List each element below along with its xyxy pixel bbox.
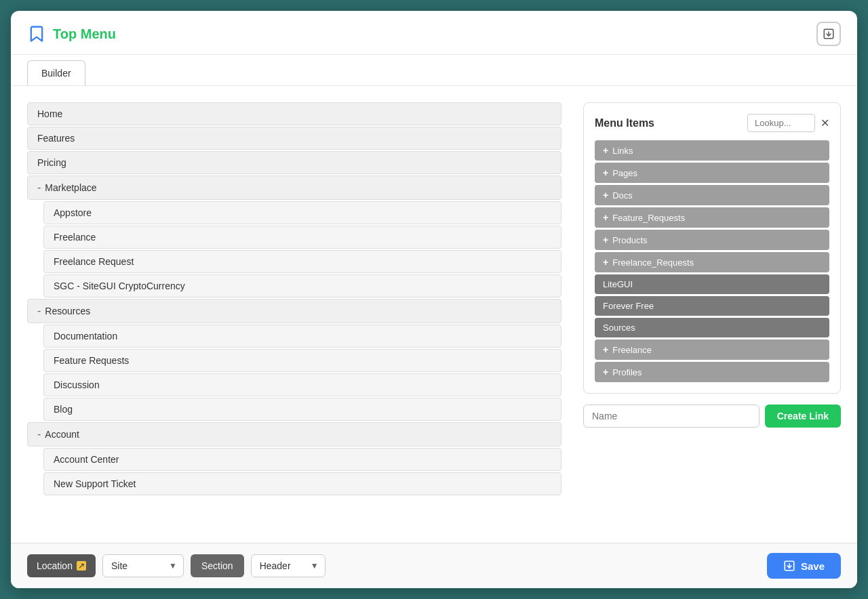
header-select-wrap: Header Footer Sidebar ▼	[251, 554, 326, 577]
list-item[interactable]: + Freelance	[595, 339, 829, 360]
menu-items-title: Menu Items	[595, 117, 654, 129]
header-select[interactable]: Header Footer Sidebar	[251, 554, 326, 577]
dash-icon: -	[37, 305, 41, 317]
location-button[interactable]: Location ↗	[27, 554, 96, 577]
save-icon	[783, 560, 795, 572]
plus-icon: +	[603, 257, 608, 268]
list-item[interactable]: - Account	[27, 422, 561, 447]
save-button[interactable]: Save	[767, 553, 841, 579]
footer-left: Location ↗ Site Page Section ▼ Section H…	[27, 554, 326, 577]
download-icon	[823, 28, 835, 40]
tab-builder[interactable]: Builder	[27, 60, 85, 85]
download-button[interactable]	[816, 22, 841, 46]
plus-icon: +	[603, 344, 608, 355]
plus-icon: +	[603, 212, 608, 223]
list-item[interactable]: + Pages	[595, 163, 829, 183]
plus-icon: +	[603, 145, 608, 156]
list-item[interactable]: Documentation	[43, 325, 561, 348]
list-item[interactable]: + Docs	[595, 185, 829, 205]
list-item[interactable]: Sources	[595, 318, 829, 337]
header-left: Top Menu	[27, 24, 116, 43]
main-content: Home Features Pricing - Marketplace Apps…	[11, 86, 857, 543]
site-select[interactable]: Site Page Section	[102, 554, 184, 577]
list-item[interactable]: - Marketplace	[27, 175, 561, 200]
list-item[interactable]: + Feature_Requests	[595, 207, 829, 228]
lookup-input[interactable]	[747, 114, 815, 132]
list-item[interactable]: Feature Requests	[43, 349, 561, 372]
site-select-wrap: Site Page Section ▼	[102, 554, 184, 577]
app-header: Top Menu	[11, 11, 857, 55]
dash-icon: -	[37, 182, 41, 194]
close-button[interactable]: ✕	[821, 117, 829, 129]
list-item[interactable]: Discussion	[43, 373, 561, 396]
list-item[interactable]: Account Center	[43, 448, 561, 471]
list-item[interactable]: + Products	[595, 230, 829, 250]
plus-icon: +	[603, 167, 608, 178]
list-item[interactable]: - Resources	[27, 299, 561, 323]
dash-icon: -	[37, 428, 41, 440]
list-item[interactable]: Home	[27, 102, 561, 125]
list-item[interactable]: SGC - SiteGUI CryptoCurrency	[43, 274, 561, 297]
list-item[interactable]: Forever Free	[595, 296, 829, 316]
left-panel: Home Features Pricing - Marketplace Apps…	[27, 102, 561, 526]
list-item[interactable]: + Freelance_Requests	[595, 252, 829, 272]
bookmark-icon	[27, 24, 46, 43]
list-item[interactable]: Blog	[43, 398, 561, 421]
plus-icon: +	[603, 190, 608, 201]
list-item[interactable]: + Profiles	[595, 362, 829, 382]
list-item[interactable]: New Support Ticket	[43, 472, 561, 495]
list-item[interactable]: Appstore	[43, 201, 561, 224]
list-item[interactable]: Freelance	[43, 226, 561, 249]
list-item[interactable]: Freelance Request	[43, 250, 561, 273]
right-items-list: + Links + Pages + Docs + Feature_Request…	[595, 140, 829, 382]
plus-icon: +	[603, 234, 608, 245]
menu-items-box: Menu Items ✕ + Links + Pages	[583, 102, 841, 394]
app-window: Top Menu Builder Home Features Pricing	[11, 11, 857, 588]
plus-icon: +	[603, 367, 608, 377]
section-button[interactable]: Section	[191, 554, 244, 577]
create-link-row: Create Link	[583, 405, 841, 428]
footer: Location ↗ Site Page Section ▼ Section H…	[11, 543, 857, 588]
list-item[interactable]: + Links	[595, 140, 829, 161]
name-input[interactable]	[583, 405, 760, 428]
list-item[interactable]: LiteGUI	[595, 274, 829, 294]
list-item[interactable]: Features	[27, 127, 561, 150]
tab-bar: Builder	[11, 55, 857, 86]
lookup-group: ✕	[747, 114, 829, 132]
list-item[interactable]: Pricing	[27, 151, 561, 174]
menu-items-header: Menu Items ✕	[595, 114, 829, 132]
create-link-button[interactable]: Create Link	[765, 405, 841, 428]
app-title: Top Menu	[53, 26, 116, 42]
external-link-icon: ↗	[77, 561, 86, 571]
right-panel: Menu Items ✕ + Links + Pages	[583, 102, 841, 526]
